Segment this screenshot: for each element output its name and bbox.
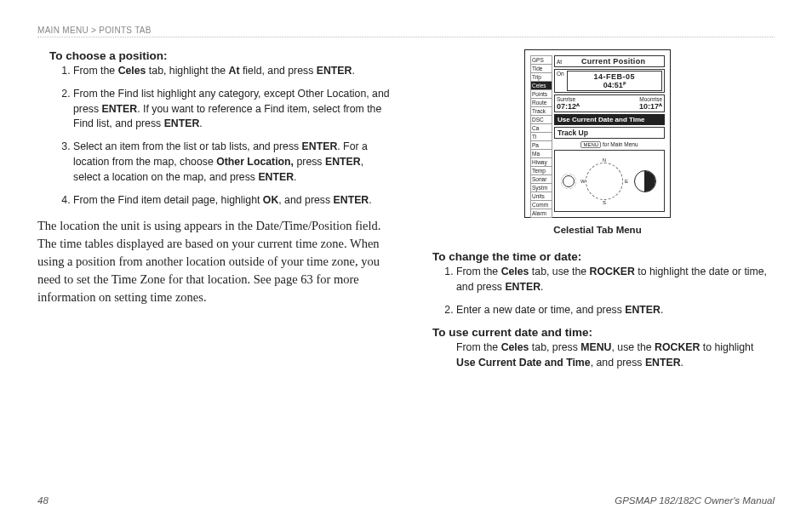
steps-choose-position: From the Celes tab, highlight the At fie… <box>37 64 395 209</box>
device-sky-panel: N S E W <box>554 150 665 212</box>
step-4: From the Find item detail page, highligh… <box>73 193 395 209</box>
page-footer: 48 GPSMAP 182/182C Owner's Manual <box>37 495 775 506</box>
heading-choose-position: To choose a position: <box>37 49 395 62</box>
device-tab-gps: GPS <box>530 55 552 64</box>
breadcrumb-a: Main Menu <box>37 26 89 35</box>
device-tab-dsc: DSC <box>530 115 552 123</box>
explanatory-paragraph: The location the unit is using appears i… <box>37 217 395 306</box>
device-tab-hiway: Hiway <box>530 157 552 166</box>
device-tab-list: GPSTideTripCelesPointsRouteTrackDSCCaTiP… <box>530 55 552 212</box>
sun-icon <box>563 175 575 187</box>
device-tab-pa: Pa <box>530 140 552 149</box>
device-tab-units: Units <box>530 192 552 200</box>
use-current-instruction: From the Celes tab, press MENU, use the … <box>420 340 775 371</box>
breadcrumb-sep: > <box>91 26 96 35</box>
device-menu-use-current: Use Current Date and Time <box>554 114 665 125</box>
device-on-field: On 14-FEB-05 04:51ᴾ <box>554 69 665 93</box>
device-tab-ma: Ma <box>530 149 552 157</box>
figure-celestial-menu: GPSTideTripCelesPointsRouteTrackDSCCaTiP… <box>420 49 775 235</box>
step-3: Select an item from the list or tab list… <box>73 140 395 185</box>
step-ct-1: From the Celes tab, use the ROCKER to hi… <box>456 265 775 295</box>
heading-change-time: To change the time or date: <box>420 250 775 263</box>
steps-change-time: From the Celes tab, use the ROCKER to hi… <box>420 265 775 317</box>
device-tab-tide: Tide <box>530 64 552 72</box>
device-sun-moon-times: SunriseMoonrise 07:12ᴬ10:17ᴬ <box>554 94 665 112</box>
device-at-field: At Current Position <box>554 55 665 67</box>
device-tab-track: Track <box>530 106 552 115</box>
device-hint: MENU for Main Menu <box>554 140 665 148</box>
device-tab-temp: Temp <box>530 166 552 174</box>
heading-use-current: To use current date and time: <box>420 326 775 339</box>
compass-icon: N S E W <box>586 163 623 200</box>
device-tab-ti: Ti <box>530 132 552 140</box>
device-tab-alarm: Alarm <box>530 209 552 218</box>
figure-caption: Celestial Tab Menu <box>553 225 641 235</box>
step-ct-2: Enter a new date or time, and press ENTE… <box>456 303 775 318</box>
device-screenshot: GPSTideTripCelesPointsRouteTrackDSCCaTiP… <box>524 49 671 218</box>
right-column: GPSTideTripCelesPointsRouteTrackDSCCaTiP… <box>420 49 775 371</box>
manual-title: GPSMAP 182/182C Owner's Manual <box>615 495 775 506</box>
breadcrumb: Main Menu > Points Tab <box>37 26 775 37</box>
device-tab-trip: Trip <box>530 72 552 81</box>
device-menu-track-up: Track Up <box>554 127 665 139</box>
device-tab-systm: Systm <box>530 183 552 192</box>
page-number: 48 <box>37 495 49 506</box>
device-tab-points: Points <box>530 89 552 98</box>
moon-phase-icon <box>634 170 656 192</box>
device-tab-comm: Comm <box>530 200 552 209</box>
device-tab-sonar: Sonar <box>530 174 552 183</box>
device-tab-celes: Celes <box>530 81 552 89</box>
step-2: From the Find list highlight any categor… <box>73 87 395 132</box>
device-tab-ca: Ca <box>530 123 552 132</box>
step-1: From the Celes tab, highlight the At fie… <box>73 64 395 79</box>
left-column: To choose a position: From the Celes tab… <box>37 49 395 371</box>
device-tab-route: Route <box>530 98 552 106</box>
breadcrumb-b: Points Tab <box>99 26 152 35</box>
